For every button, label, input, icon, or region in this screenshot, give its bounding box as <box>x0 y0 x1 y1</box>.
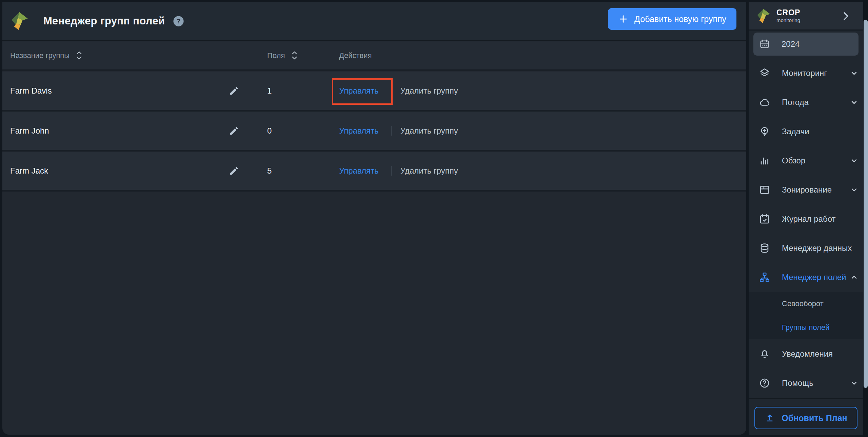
sidebar-item-overview[interactable]: Обзор <box>749 146 863 175</box>
row-actions: Управлять Удалить группу <box>339 72 458 110</box>
crop-logo-icon <box>756 8 772 24</box>
layers-icon <box>759 67 770 79</box>
upgrade-plan-button[interactable]: Обновить План <box>754 407 857 429</box>
table-row: Farm John 0 Управлять Удалить группу <box>2 112 746 152</box>
app-root: Менеджер групп полей ? Добавить новую гр… <box>0 0 868 437</box>
chevron-down-icon <box>850 98 859 107</box>
sort-down-icon <box>76 56 82 60</box>
sidebar-item-notifications[interactable]: Уведомления <box>749 339 863 369</box>
manage-link[interactable]: Управлять <box>339 86 379 96</box>
upgrade-zone: Обновить План <box>749 399 863 436</box>
chevron-up-icon <box>850 273 859 282</box>
sitemap-icon <box>759 272 770 283</box>
manage-link[interactable]: Управлять <box>339 126 379 136</box>
sidebar-item-help[interactable]: Помощь <box>749 369 863 398</box>
scrollbar-thumb[interactable] <box>864 20 868 388</box>
calendar-icon <box>759 38 770 50</box>
plus-icon <box>618 14 628 24</box>
pencil-icon <box>229 86 239 96</box>
pencil-icon <box>229 126 239 136</box>
table-row: Farm Davis 1 Управлять Удалить группу <box>2 72 746 112</box>
sidebar-item-zoning[interactable]: Зонирование <box>749 175 863 204</box>
sidebar-item-field-manager[interactable]: Менеджер полей <box>749 263 863 292</box>
chevron-down-icon <box>850 156 859 165</box>
help-icon[interactable]: ? <box>173 16 184 27</box>
column-header-fields: Поля <box>267 41 297 69</box>
bar-chart-icon <box>759 155 770 166</box>
sort-up-icon <box>76 51 82 55</box>
chevron-down-icon <box>850 185 859 194</box>
delete-group-link[interactable]: Удалить группу <box>400 126 458 136</box>
brand-tagline: monitoring <box>776 18 800 23</box>
group-name: Farm Davis <box>10 86 52 96</box>
delete-group-link[interactable]: Удалить группу <box>400 166 458 176</box>
brand-name: CROP <box>776 9 800 17</box>
field-manager-submenu: Севооборот Группы полей <box>749 292 863 339</box>
pin-plus-icon <box>759 126 770 137</box>
table-body: Farm Davis 1 Управлять Удалить группу Fa… <box>2 72 746 435</box>
column-header-name: Название группы <box>10 41 82 69</box>
fields-count: 1 <box>267 86 272 96</box>
row-actions: Управлять Удалить группу <box>339 112 458 150</box>
actions-separator <box>391 166 392 176</box>
edit-name-button[interactable] <box>226 163 242 179</box>
table-header-row: Название группы Поля Действия <box>2 41 746 71</box>
main-header: Менеджер групп полей ? Добавить новую гр… <box>2 2 746 40</box>
upgrade-plan-label: Обновить План <box>782 413 847 423</box>
edit-name-button[interactable] <box>226 123 242 139</box>
main-panel: Менеджер групп полей ? Добавить новую гр… <box>2 2 746 435</box>
pencil-icon <box>229 166 239 176</box>
sidebar-item-monitoring[interactable]: Мониторинг <box>749 59 863 88</box>
database-icon <box>759 242 770 254</box>
crop-logo-icon <box>10 11 30 31</box>
sort-fields-control[interactable] <box>292 51 297 60</box>
bell-icon <box>759 348 770 360</box>
sidebar-collapse-button[interactable] <box>840 11 851 21</box>
column-header-actions: Действия <box>339 41 372 69</box>
question-circle-icon <box>759 377 770 389</box>
sidebar-item-tasks[interactable]: Задачи <box>749 117 863 146</box>
group-name: Farm Jack <box>10 166 48 176</box>
brand: CROP monitoring <box>776 9 800 23</box>
submenu-item-crop-rotation[interactable]: Севооборот <box>749 292 863 316</box>
sort-name-control[interactable] <box>76 51 82 60</box>
actions-separator <box>391 86 392 96</box>
page-title: Менеджер групп полей <box>43 15 165 27</box>
fields-count: 5 <box>267 166 272 176</box>
actions-separator <box>391 126 392 136</box>
layout-icon <box>759 184 770 196</box>
sidebar-item-weather[interactable]: Погода <box>749 88 863 117</box>
submenu-item-field-groups[interactable]: Группы полей <box>749 316 863 339</box>
svg-text:?: ? <box>177 18 180 25</box>
sort-up-icon <box>292 51 297 55</box>
upload-icon <box>765 413 775 423</box>
sidebar-item-data-manager[interactable]: Менеджер данных <box>749 234 863 263</box>
manage-link[interactable]: Управлять <box>339 166 379 176</box>
add-group-button[interactable]: Добавить новую группу <box>608 8 736 30</box>
chevron-right-icon <box>840 11 851 21</box>
chevron-down-icon <box>850 69 859 78</box>
season-selector[interactable]: 2024 <box>753 33 859 56</box>
chevron-down-icon <box>850 379 859 388</box>
season-year-label: 2024 <box>782 39 800 49</box>
scrollbar-track <box>863 0 868 437</box>
add-group-button-label: Добавить новую группу <box>634 14 726 24</box>
fields-count: 0 <box>267 126 272 136</box>
group-name: Farm John <box>10 126 49 136</box>
sort-down-icon <box>292 56 297 60</box>
sidebar-nav: 2024 Мониторинг Пог <box>749 31 863 398</box>
delete-group-link[interactable]: Удалить группу <box>400 86 458 96</box>
calendar-check-icon <box>759 213 770 225</box>
sidebar: CROP monitoring 2024 <box>749 2 863 435</box>
sidebar-item-work-log[interactable]: Журнал работ <box>749 204 863 234</box>
sidebar-header: CROP monitoring <box>749 2 863 31</box>
row-actions: Управлять Удалить группу <box>339 152 458 190</box>
table-row: Farm Jack 5 Управлять Удалить группу <box>2 152 746 192</box>
edit-name-button[interactable] <box>226 83 242 99</box>
cloud-icon <box>759 97 770 108</box>
